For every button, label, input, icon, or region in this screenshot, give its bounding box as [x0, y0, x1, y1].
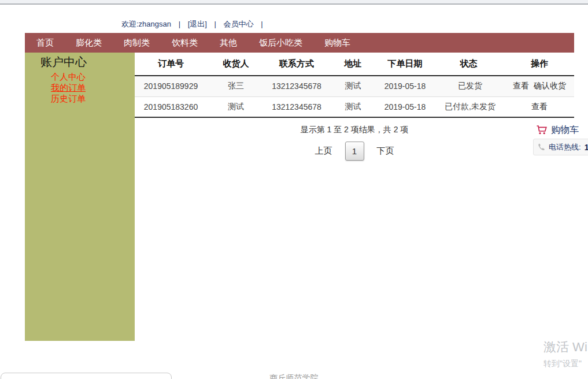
hotline-box: 电话热线: 1	[533, 139, 588, 155]
nav-item-snacks[interactable]: 饭后小吃类	[248, 38, 313, 49]
sidebar-item-history-orders[interactable]: 历史订单	[51, 93, 86, 104]
orders-panel: 订单号 收货人 联系方式 地址 下单日期 状态 操作 201905189929 …	[135, 53, 574, 118]
page: 欢迎:zhangsan | [退出] | 会员中心 | 首页 膨化类 肉制类 饮…	[0, 0, 588, 379]
browser-chrome-strip	[0, 0, 588, 5]
member-bar: 欢迎:zhangsan | [退出] | 会员中心 |	[121, 19, 268, 29]
cell-phone: 13212345678	[265, 76, 328, 96]
watermark-line2: 转到"设置"	[543, 359, 587, 369]
cell-order-no: 201905183260	[135, 96, 207, 117]
windows-activation-watermark: 激活 Wi 转到"设置"	[543, 339, 587, 369]
member-center-link[interactable]: 会员中心	[224, 20, 254, 28]
cart-label: 购物车	[551, 124, 579, 136]
nav-item-cart[interactable]: 购物车	[313, 38, 361, 49]
col-actions: 操作	[505, 53, 574, 76]
statusbar-popup	[1, 373, 172, 379]
view-order-link[interactable]: 查看	[513, 81, 529, 90]
separator: |	[261, 20, 262, 28]
sidebar-item-personal-center[interactable]: 个人中心	[51, 71, 86, 82]
table-row: 201905189929 张三 13212345678 测试 2019-05-1…	[135, 76, 574, 96]
status-badge: 已付款,未发货	[432, 96, 505, 117]
orders-table: 订单号 收货人 联系方式 地址 下单日期 状态 操作 201905189929 …	[135, 53, 574, 118]
pagination: 上页 1 下页	[135, 141, 574, 161]
prev-page-link[interactable]: 上页	[315, 146, 332, 157]
main-nav: 首页 膨化类 肉制类 饮料类 其他 饭后小吃类 购物车	[25, 33, 574, 53]
nav-item-meat[interactable]: 肉制类	[113, 38, 161, 49]
table-header-row: 订单号 收货人 联系方式 地址 下单日期 状态 操作	[135, 53, 574, 76]
col-address: 地址	[328, 53, 378, 76]
cell-receiver: 测试	[207, 96, 265, 117]
next-page-link[interactable]: 下页	[377, 146, 394, 157]
cell-address: 测试	[328, 76, 378, 96]
status-badge: 已发货	[432, 76, 505, 96]
logout-link[interactable]: [退出]	[188, 20, 207, 28]
cell-actions: 查看	[505, 96, 574, 117]
cell-actions: 查看确认收货	[505, 76, 574, 96]
separator: |	[179, 20, 180, 28]
nav-item-home[interactable]: 首页	[25, 38, 65, 49]
cell-receiver: 张三	[207, 76, 265, 96]
separator: |	[215, 20, 216, 28]
floating-cart-widget[interactable]: 购物车	[537, 124, 579, 136]
table-row: 201905183260 测试 13212345678 测试 2019-05-1…	[135, 96, 574, 117]
confirm-receipt-link[interactable]: 确认收货	[534, 81, 566, 90]
cell-order-no: 201905189929	[135, 76, 207, 96]
cart-icon	[537, 125, 547, 135]
welcome-text: 欢迎:zhangsan	[121, 20, 171, 28]
pagination-info: 显示第 1 至 2 项结果，共 2 项	[135, 125, 574, 135]
nav-item-puffed-food[interactable]: 膨化类	[65, 38, 113, 49]
col-status: 状态	[432, 53, 505, 76]
cell-phone: 13212345678	[265, 96, 328, 117]
sidebar-item-my-orders[interactable]: 我的订单	[51, 82, 86, 93]
sidebar-title: 账户中心	[40, 54, 135, 70]
phone-icon	[538, 143, 545, 151]
nav-item-other[interactable]: 其他	[209, 38, 248, 49]
cell-date: 2019-05-18	[378, 76, 432, 96]
col-phone: 联系方式	[265, 53, 328, 76]
view-order-link[interactable]: 查看	[531, 102, 548, 111]
page-number-button[interactable]: 1	[345, 142, 364, 161]
sidebar: 账户中心 个人中心 我的订单 历史订单	[25, 53, 135, 341]
col-order-no: 订单号	[135, 53, 207, 76]
hotline-number: 1	[585, 143, 588, 152]
col-date: 下单日期	[378, 53, 432, 76]
cell-address: 测试	[328, 96, 378, 117]
col-receiver: 收货人	[207, 53, 265, 76]
watermark-line1: 激活 Wi	[543, 339, 587, 356]
hotline-label: 电话热线:	[549, 142, 581, 153]
nav-item-drinks[interactable]: 饮料类	[161, 38, 209, 49]
cell-date: 2019-05-18	[378, 96, 432, 117]
